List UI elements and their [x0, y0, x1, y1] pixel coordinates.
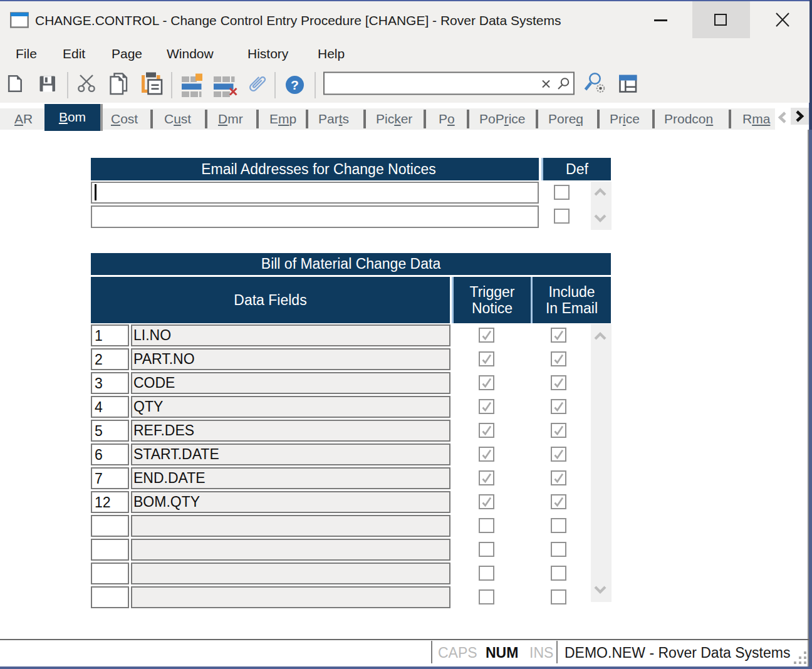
svg-text:?: ? — [291, 78, 299, 92]
